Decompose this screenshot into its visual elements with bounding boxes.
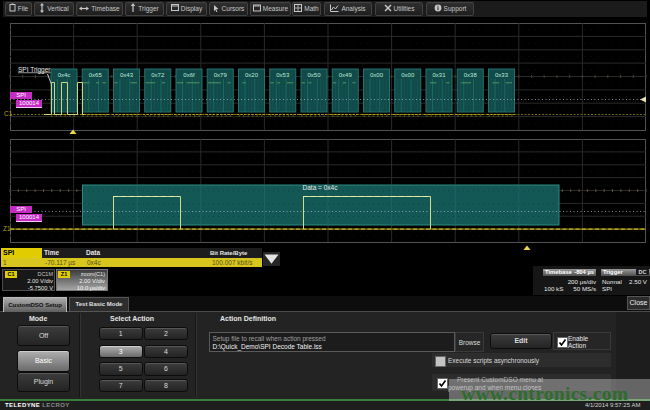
- svg-text:0x33: 0x33: [495, 72, 509, 78]
- svg-text:0x65: 0x65: [89, 72, 103, 78]
- svg-text:0x6f: 0x6f: [183, 72, 195, 78]
- svg-text:0x43: 0x43: [120, 72, 134, 78]
- svg-text:SPI Trigger: SPI Trigger: [18, 66, 51, 74]
- svg-text:0x79: 0x79: [214, 72, 228, 78]
- svg-text:0x4c: 0x4c: [58, 72, 71, 78]
- svg-text:0x00: 0x00: [370, 72, 384, 78]
- svg-text:Data = 0x4c: Data = 0x4c: [303, 184, 339, 191]
- svg-text:0x31: 0x31: [432, 72, 446, 78]
- svg-text:0x53: 0x53: [276, 72, 290, 78]
- svg-text:0x50: 0x50: [307, 72, 321, 78]
- svg-text:0x00: 0x00: [401, 72, 415, 78]
- svg-text:0x49: 0x49: [339, 72, 353, 78]
- svg-text:C1: C1: [4, 110, 13, 117]
- svg-text:0x38: 0x38: [464, 72, 478, 78]
- svg-text:Z1: Z1: [3, 225, 11, 232]
- svg-text:0x20: 0x20: [245, 72, 259, 78]
- svg-text:0x72: 0x72: [151, 72, 165, 78]
